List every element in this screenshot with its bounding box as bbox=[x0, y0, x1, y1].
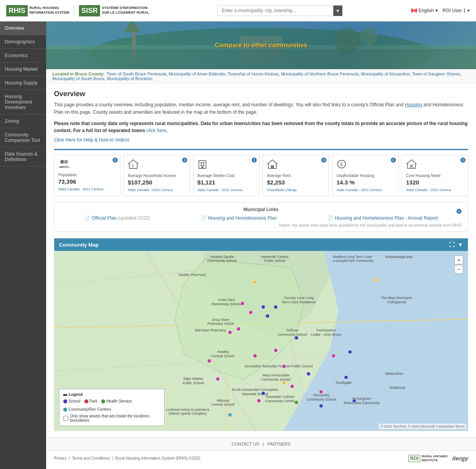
language-selector[interactable]: 🇨🇦 English ▾ bbox=[411, 8, 438, 13]
stat-info-icon[interactable]: i bbox=[391, 158, 396, 163]
location-link-4[interactable]: Municipality of Northern Bruce Peninsula bbox=[281, 72, 359, 76]
map-label-birmingham: BirminghamRetirement Community bbox=[344, 397, 380, 405]
legend-box: 🏘 Legend School Park bbox=[59, 389, 165, 426]
sidebar: Overview Demographics Economics Housing … bbox=[0, 21, 46, 469]
legend-checkbox-row: Only show assets that are inside the loc… bbox=[63, 414, 160, 422]
location-link-3[interactable]: Township of Huron-Kinloss bbox=[228, 72, 279, 76]
location-link-1[interactable]: Town of South Bruce Peninsula bbox=[107, 72, 166, 76]
stat-card-0: i Population 73,396 Stats Canada - 2021 … bbox=[54, 155, 120, 196]
sidebar-item-housing-dev[interactable]: Housing Development Incentives bbox=[0, 90, 46, 115]
search-input[interactable] bbox=[217, 5, 333, 16]
user-menu[interactable]: ROI User 1 ▾ bbox=[442, 8, 470, 13]
location-link-2[interactable]: Municipality of Arran-Elderslie bbox=[169, 72, 225, 76]
legend-checkbox-label: Only show assets that are inside the loc… bbox=[70, 414, 160, 422]
partners-link[interactable]: PARTNERS bbox=[267, 442, 290, 446]
page-title: Overview bbox=[54, 90, 468, 98]
click-here-link[interactable]: click here bbox=[147, 128, 166, 133]
municipal-links-section: Municipal Links i 📄 Official Plan (updat… bbox=[54, 202, 468, 232]
map-label-hepworth: Hepworth CentralPublic School bbox=[261, 255, 288, 263]
map-zoom-controls: + − bbox=[455, 256, 463, 274]
stat-value-4: 14.3 % bbox=[336, 179, 394, 186]
privacy-link[interactable]: Privacy bbox=[54, 456, 67, 460]
map-zoom-in-btn[interactable]: + bbox=[455, 256, 463, 264]
map-label-participation: ParticipationLodge - Grey Bruce bbox=[311, 328, 342, 337]
map-label-sullivan: SullivanCommunity School bbox=[277, 328, 307, 337]
sidebar-item-data-sources[interactable]: Data Sources & Definitions bbox=[0, 147, 46, 166]
location-link-7[interactable]: Municipality of South Bruce bbox=[52, 76, 104, 81]
terms-link[interactable]: Terms and Conditions bbox=[72, 456, 110, 460]
map-pin bbox=[282, 381, 286, 385]
rhis-logo: RHIS RURAL HOUSING INFORMATION SYSTEM bbox=[6, 5, 69, 16]
legend-checkbox[interactable] bbox=[63, 416, 68, 421]
sidebar-item-overview[interactable]: Overview bbox=[0, 21, 46, 35]
stat-card-5: i Core Housing Need 1320 Stats Canada - … bbox=[402, 155, 468, 196]
sidebar-item-community-comparison[interactable]: Community Comparison Tool bbox=[0, 128, 46, 147]
contact-link[interactable]: CONTACT US bbox=[232, 442, 259, 446]
municipal-info-icon[interactable]: i bbox=[456, 209, 462, 214]
stat-value-3: $2,253 bbox=[267, 179, 325, 186]
location-link-8[interactable]: Municipality of Brockton bbox=[107, 76, 152, 81]
sisr-logo: SISR SYSTÈME D'INFORMATION SUR LE LOGEME… bbox=[74, 5, 149, 16]
average-rent-icon bbox=[267, 159, 325, 172]
stat-card-2: i Average Shelter Cost $1,121 Stats Cana… bbox=[193, 155, 259, 196]
annual-report-link[interactable]: 📄 Housing and Homelessness Plan - Annual… bbox=[327, 215, 438, 221]
map-pin bbox=[344, 375, 348, 379]
map-header-icons: ⛶ ▼ bbox=[449, 242, 463, 248]
stat-info-icon[interactable]: i bbox=[252, 158, 257, 163]
sisr-logo-text: SYSTÈME D'INFORMATION SUR LE LOGEMENT RU… bbox=[102, 6, 149, 15]
stat-info-icon[interactable]: i bbox=[113, 158, 118, 163]
location-link-6[interactable]: Town of Saugeen Shores bbox=[412, 72, 460, 76]
map-label-sauble-pharmacy: Sauble Pharmacy bbox=[178, 273, 206, 277]
doc-icon-2: 📄 bbox=[200, 215, 206, 221]
stat-info-icon[interactable]: i bbox=[460, 158, 465, 163]
map-label-drug-store: Drug StorePharmacy #4226 bbox=[207, 318, 234, 326]
header: RHIS RURAL HOUSING INFORMATION SYSTEM SI… bbox=[0, 0, 476, 21]
stat-info-icon[interactable]: i bbox=[182, 158, 187, 163]
stat-label-0: Population bbox=[58, 172, 116, 177]
location-link-5[interactable]: Municipality of Kincardine bbox=[361, 72, 410, 76]
header-right: 🇨🇦 English ▾ ROI User 1 ▾ bbox=[411, 8, 470, 13]
map-pin bbox=[373, 278, 377, 282]
svg-rect-17 bbox=[203, 165, 204, 166]
search-bar[interactable]: ▾ bbox=[217, 5, 342, 16]
svg-rect-15 bbox=[203, 162, 204, 164]
map-zoom-out-btn[interactable]: − bbox=[455, 265, 463, 274]
rural-ontario-text: RURAL ONTARIOINSTITUTE bbox=[422, 455, 447, 462]
legend-park: Park bbox=[84, 399, 98, 403]
legend-icon: 🏘 bbox=[63, 392, 67, 397]
map-label-mary: Mary ImmaculateCommunity School bbox=[261, 373, 291, 382]
map-label-meaford: Meaford Long Term Care- a peopleCare Com… bbox=[331, 255, 374, 263]
sidebar-item-zoning[interactable]: Zoning bbox=[0, 115, 46, 128]
footer-legal: Privacy | Terms and Conditions | Rural H… bbox=[54, 456, 200, 460]
overview-description: This page provides a county overview, in… bbox=[54, 101, 468, 116]
location-bar: Located in Bruce County: Town of South B… bbox=[46, 69, 476, 84]
stat-info-icon[interactable]: i bbox=[321, 158, 326, 163]
stat-card-1: i $ Average Household Income $107,250 St… bbox=[123, 155, 190, 196]
help-link[interactable]: Click Here for Help & How-to Videos bbox=[54, 137, 468, 143]
map-expand-icon[interactable]: ⛶ bbox=[449, 242, 455, 248]
map-pin bbox=[253, 280, 257, 284]
sidebar-item-economics[interactable]: Economics bbox=[0, 49, 46, 63]
park-dot bbox=[84, 399, 88, 403]
household-income-icon: $ bbox=[128, 159, 186, 172]
rhis-logo-box: RHIS bbox=[6, 5, 28, 16]
map-label-walmart: Wal-Mart Pharmacy bbox=[195, 328, 226, 333]
annual-report-label: Housing and Homelessness Plan - Annual R… bbox=[335, 215, 438, 221]
map-label-amabel: Amabel-SaubleCommunity School bbox=[207, 255, 237, 263]
map-pin bbox=[290, 384, 294, 388]
sidebar-item-housing-market[interactable]: Housing Market bbox=[0, 63, 46, 76]
map-body: Amabel-SaubleCommunity School Hepworth C… bbox=[54, 251, 468, 431]
homelessness-plan-link[interactable]: 📄 Housing and Homelessness Plan bbox=[200, 215, 277, 221]
stat-label-5: Core Housing Need bbox=[406, 173, 464, 178]
svg-point-10 bbox=[64, 160, 68, 164]
map-title: Community Map bbox=[59, 242, 98, 248]
sidebar-item-housing-supply[interactable]: Housing Supply bbox=[0, 76, 46, 90]
housing-link[interactable]: Housing bbox=[405, 102, 422, 107]
map-section: Community Map ⛶ ▼ bbox=[54, 238, 468, 431]
map-label-normanby: NormanbyCommunity School bbox=[306, 393, 336, 402]
sidebar-item-demographics[interactable]: Demographics bbox=[0, 35, 46, 49]
municipal-notice: Notice: the above links have been provid… bbox=[61, 223, 462, 227]
map-filter-icon[interactable]: ▼ bbox=[458, 242, 463, 248]
search-dropdown-btn[interactable]: ▾ bbox=[333, 5, 342, 16]
official-plan-link[interactable]: 📄 Official Plan (updated 2022) bbox=[84, 215, 150, 221]
